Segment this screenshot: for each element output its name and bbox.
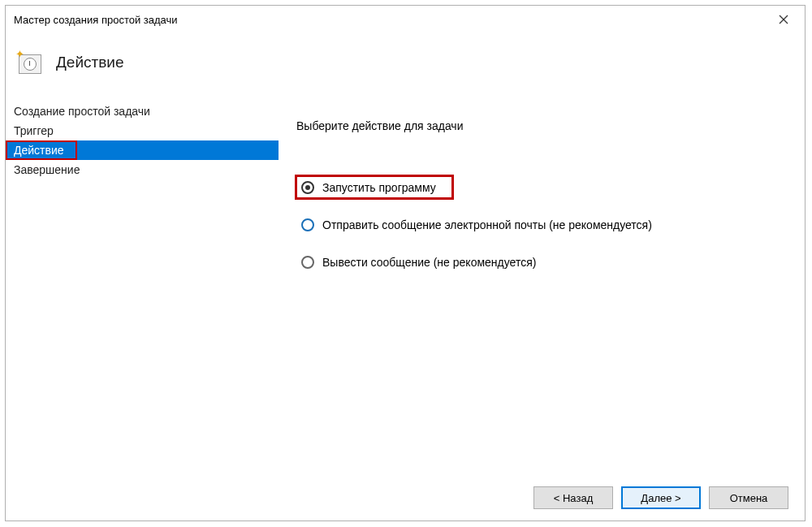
- sidebar-item-action[interactable]: Действие: [6, 140, 279, 160]
- sidebar-item-label: Действие: [14, 144, 64, 157]
- action-radio-group: Запустить программу Отправить сообщение …: [296, 178, 805, 272]
- sidebar-item-create-task[interactable]: Создание простой задачи: [6, 102, 279, 121]
- cancel-button[interactable]: Отмена: [709, 486, 788, 509]
- titlebar: Мастер создания простой задачи: [6, 6, 805, 33]
- radio-label: Отправить сообщение электронной почты (н…: [322, 218, 652, 231]
- wizard-steps-sidebar: Создание простой задачи Триггер Действие…: [6, 102, 279, 478]
- sidebar-item-label: Создание простой задачи: [14, 105, 150, 118]
- window-title: Мастер создания простой задачи: [14, 14, 771, 26]
- radio-icon: [301, 256, 314, 269]
- sidebar-item-finish[interactable]: Завершение: [6, 160, 279, 179]
- close-button[interactable]: [771, 8, 797, 31]
- sidebar-item-label: Триггер: [14, 124, 54, 137]
- wizard-footer: < Назад Далее > Отмена: [6, 478, 805, 521]
- main-panel: Выберите действие для задачи Запустить п…: [279, 102, 805, 478]
- sidebar-item-label: Завершение: [14, 163, 80, 176]
- radio-label: Вывести сообщение (не рекомендуется): [322, 256, 536, 269]
- sidebar-item-trigger[interactable]: Триггер: [6, 121, 279, 140]
- radio-start-program[interactable]: Запустить программу: [296, 178, 805, 197]
- back-button[interactable]: < Назад: [533, 486, 613, 509]
- instruction-text: Выберите действие для задачи: [296, 119, 805, 132]
- radio-send-email[interactable]: Отправить сообщение электронной почты (н…: [296, 215, 805, 235]
- clock-icon: ✦: [17, 50, 43, 76]
- wizard-header: ✦ Действие: [6, 33, 805, 102]
- radio-icon: [301, 218, 314, 231]
- wizard-window: Мастер создания простой задачи ✦ Действи…: [5, 5, 806, 521]
- page-title: Действие: [56, 54, 124, 71]
- radio-label: Запустить программу: [322, 181, 436, 194]
- radio-display-message[interactable]: Вывести сообщение (не рекомендуется): [296, 253, 805, 272]
- content-area: Создание простой задачи Триггер Действие…: [6, 102, 805, 478]
- next-button[interactable]: Далее >: [621, 486, 701, 509]
- radio-icon: [301, 181, 314, 194]
- close-icon: [779, 15, 788, 24]
